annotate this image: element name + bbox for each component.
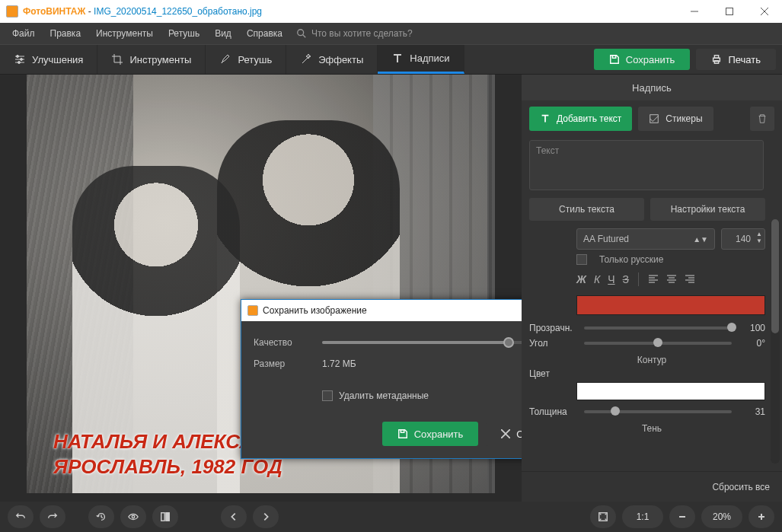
print-button-label: Печать xyxy=(728,54,761,65)
window-minimize-button[interactable] xyxy=(677,0,712,23)
caption-text-input[interactable]: Текст xyxy=(529,140,764,190)
angle-label: Угол xyxy=(529,338,576,349)
delete-button[interactable] xyxy=(750,107,774,131)
chevron-right-icon xyxy=(260,511,271,522)
eye-icon xyxy=(128,511,139,522)
tab-enhance[interactable]: Улучшения xyxy=(0,45,97,74)
menu-retouch[interactable]: Ретушь xyxy=(161,23,207,44)
fit-icon xyxy=(598,511,608,522)
redo-button[interactable] xyxy=(40,505,65,528)
svg-rect-5 xyxy=(612,56,615,59)
tab-retouch[interactable]: Ретушь xyxy=(206,45,286,74)
svg-rect-13 xyxy=(166,513,169,521)
sliders-icon xyxy=(14,53,26,65)
next-image-button[interactable] xyxy=(253,505,279,528)
thickness-slider[interactable] xyxy=(584,410,732,413)
stickers-button[interactable]: Стикеры xyxy=(638,107,713,131)
window-maximize-button[interactable] xyxy=(712,0,747,23)
zoom-out-button[interactable] xyxy=(669,505,695,528)
font-select[interactable]: AA Futured ▲▼ xyxy=(576,228,715,250)
compare-button[interactable] xyxy=(152,505,178,528)
quality-label: Качество xyxy=(254,337,322,348)
print-button[interactable]: Печать xyxy=(696,49,776,70)
window-close-button[interactable] xyxy=(747,0,782,23)
svg-rect-8 xyxy=(715,61,719,64)
save-button-label: Сохранить xyxy=(626,54,675,65)
svg-rect-7 xyxy=(715,56,719,59)
align-left-icon[interactable] xyxy=(648,274,659,285)
reset-all-button[interactable]: Сбросить все xyxy=(712,482,770,492)
window-titlebar: ФотоВИНТАЖ - IMG_20200514_122650_обработ… xyxy=(0,0,782,23)
save-image-dialog: Сохранить изображение Качество 90 Размер xyxy=(241,299,522,459)
delete-metadata-checkbox[interactable] xyxy=(322,390,333,401)
tab-tools[interactable]: Инструменты xyxy=(97,45,206,74)
tab-captions[interactable]: Надписи xyxy=(378,45,464,74)
undo-button[interactable] xyxy=(8,505,34,528)
angle-slider[interactable] xyxy=(584,342,732,345)
scrollbar-thumb[interactable] xyxy=(771,219,779,333)
preview-toggle-button[interactable] xyxy=(120,505,146,528)
text-icon xyxy=(540,113,551,124)
size-label: Размер xyxy=(254,358,322,369)
menu-help[interactable]: Справка xyxy=(239,23,290,44)
tab-enhance-label: Улучшения xyxy=(32,54,83,65)
section-outline: Контур xyxy=(522,355,782,365)
svg-point-1 xyxy=(298,30,304,36)
fit-screen-button[interactable] xyxy=(590,505,616,528)
text-color-swatch[interactable] xyxy=(576,295,765,315)
text-icon xyxy=(391,53,404,65)
save-icon xyxy=(609,54,620,65)
bold-icon[interactable]: Ж xyxy=(576,273,586,285)
image-canvas[interactable]: Наталья и Александр Майоровы, Ярославль,… xyxy=(0,75,522,502)
dialog-cancel-button[interactable]: Отмена xyxy=(486,422,522,446)
tab-effects[interactable]: Эффекты xyxy=(286,45,378,74)
strike-icon[interactable]: З xyxy=(623,273,629,285)
quality-slider[interactable] xyxy=(322,341,522,344)
tab-effects-label: Эффекты xyxy=(318,54,363,65)
svg-rect-12 xyxy=(161,513,164,521)
add-text-button[interactable]: Добавить текст xyxy=(529,107,632,131)
history-button[interactable] xyxy=(88,505,114,528)
menu-file[interactable]: Файл xyxy=(5,23,43,44)
search-input[interactable]: Что вы хотите сделать? xyxy=(311,28,413,39)
app-title: ФотоВИНТАЖ - IMG_20200514_122650_обработ… xyxy=(23,6,262,17)
zoom-actual-button[interactable]: 1:1 xyxy=(622,505,663,528)
slider-thumb[interactable] xyxy=(503,337,514,348)
save-button[interactable]: Сохранить xyxy=(594,49,691,70)
svg-rect-9 xyxy=(401,430,404,433)
plus-icon xyxy=(758,513,765,521)
tab-text-style[interactable]: Стиль текста xyxy=(529,198,644,221)
align-right-icon[interactable] xyxy=(685,274,695,285)
compare-icon xyxy=(160,511,171,522)
menu-edit[interactable]: Правка xyxy=(43,23,89,44)
outline-color-swatch[interactable] xyxy=(576,382,765,400)
dialog-save-button[interactable]: Сохранить xyxy=(382,422,479,446)
font-size-value: 140 xyxy=(736,234,751,244)
svg-point-2 xyxy=(17,56,19,58)
zoom-value[interactable]: 20% xyxy=(701,505,742,528)
tab-text-settings[interactable]: Настройки текста xyxy=(650,198,765,221)
app-icon xyxy=(6,5,18,18)
stickers-label: Стикеры xyxy=(665,113,702,124)
chevron-left-icon xyxy=(228,511,239,522)
underline-icon[interactable]: Ч xyxy=(608,273,614,285)
delete-metadata-label: Удалить метаданные xyxy=(339,390,429,401)
italic-icon[interactable]: К xyxy=(594,273,600,285)
close-icon xyxy=(501,429,510,438)
prev-image-button[interactable] xyxy=(221,505,247,528)
panel-scrollbar[interactable] xyxy=(771,219,780,464)
opacity-slider[interactable] xyxy=(584,327,732,330)
properties-panel: Надпись Добавить текст Стикеры Текст Сти… xyxy=(522,75,782,502)
zoom-in-button[interactable] xyxy=(748,505,774,528)
only-russian-checkbox[interactable] xyxy=(576,254,587,265)
menu-tools[interactable]: Инструменты xyxy=(88,23,161,44)
history-icon xyxy=(96,511,107,522)
opacity-value: 100 xyxy=(739,323,765,333)
font-size-input[interactable]: 140 ▲▼ xyxy=(721,228,765,250)
spinner-arrows-icon[interactable]: ▲▼ xyxy=(756,231,762,244)
align-center-icon[interactable] xyxy=(666,274,677,285)
opacity-label: Прозрачн. xyxy=(529,323,576,333)
tab-tools-label: Инструменты xyxy=(129,54,191,65)
menu-view[interactable]: Вид xyxy=(207,23,239,44)
thickness-label: Толщина xyxy=(529,406,576,417)
